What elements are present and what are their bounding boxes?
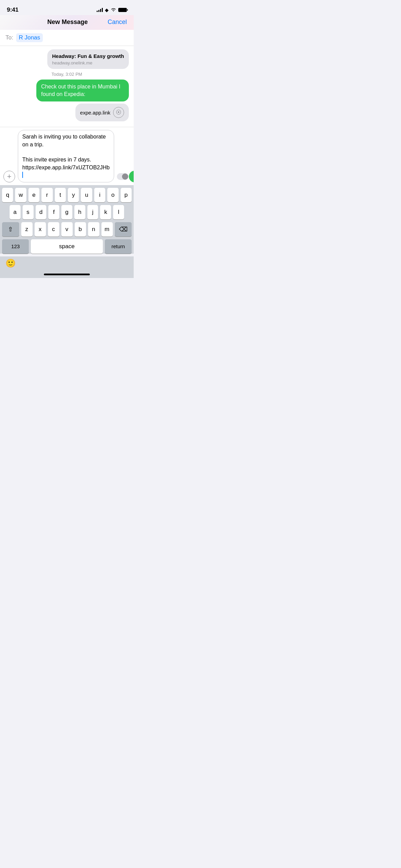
key-delete[interactable]: ⌫: [115, 222, 132, 237]
send-button-area: ↑: [117, 171, 134, 182]
wifi-icon: ◆: [105, 7, 109, 13]
key-shift[interactable]: ⇧: [2, 222, 19, 237]
cancel-button[interactable]: Cancel: [108, 19, 127, 26]
battery-icon: [118, 8, 127, 12]
key-d[interactable]: d: [36, 205, 47, 219]
key-space[interactable]: space: [31, 239, 102, 254]
key-x[interactable]: x: [35, 222, 46, 237]
key-h[interactable]: h: [74, 205, 85, 219]
key-k[interactable]: k: [100, 205, 111, 219]
key-i[interactable]: i: [94, 188, 105, 202]
keyboard-row-3: ⇧ z x c v b n m ⌫: [2, 222, 132, 237]
compass-icon: ⦿: [113, 107, 124, 118]
keyboard-row-2: a s d f g h j k l: [2, 205, 132, 219]
sent-bubble-text: Check out this place in Mumbai I found o…: [41, 84, 120, 97]
key-g[interactable]: g: [61, 205, 72, 219]
key-m[interactable]: m: [101, 222, 113, 237]
home-indicator: [44, 274, 90, 275]
messages-area: Headway: Fun & Easy growth headway.oneli…: [0, 46, 134, 127]
received-link-bubble: Headway: Fun & Easy growth headway.oneli…: [5, 49, 129, 69]
message-input-text: Sarah is inviting you to collaborate on …: [22, 133, 110, 179]
key-s[interactable]: s: [23, 205, 34, 219]
sent-bubble: Check out this place in Mumbai I found o…: [5, 80, 129, 102]
recipient-chip[interactable]: R Jonas: [16, 33, 43, 42]
key-q[interactable]: q: [2, 188, 13, 202]
keyboard-row-4: 123 space return: [2, 239, 132, 254]
key-t[interactable]: t: [55, 188, 66, 202]
key-b[interactable]: b: [75, 222, 86, 237]
key-f[interactable]: f: [48, 205, 59, 219]
send-arrow-icon: ↑: [133, 173, 134, 180]
key-w[interactable]: w: [15, 188, 26, 202]
key-v[interactable]: v: [61, 222, 73, 237]
key-l[interactable]: l: [113, 205, 124, 219]
home-indicator-wrap: [0, 274, 134, 278]
link-url-text: expe.app.link: [80, 110, 110, 116]
key-u[interactable]: u: [81, 188, 92, 202]
key-p[interactable]: p: [121, 188, 132, 202]
keyboard-row-1: q w e r t y u i o p: [2, 188, 132, 202]
key-o[interactable]: o: [107, 188, 118, 202]
key-r[interactable]: r: [41, 188, 52, 202]
key-e[interactable]: e: [28, 188, 39, 202]
timestamp: Today, 3:02 PM: [5, 72, 129, 77]
to-label: To:: [5, 34, 13, 41]
key-123[interactable]: 123: [2, 239, 29, 254]
compose-area: + Sarah is inviting you to collaborate o…: [0, 127, 134, 185]
wifi-icon-svg: [111, 8, 116, 12]
key-n[interactable]: n: [88, 222, 99, 237]
signal-icon: [97, 8, 103, 12]
add-attachment-button[interactable]: +: [3, 171, 15, 182]
to-field: To: R Jonas: [0, 30, 134, 46]
status-time: 9:41: [7, 7, 19, 13]
link-bubble: expe.app.link ⦿: [5, 104, 129, 121]
link-preview-url: headway.onelink.me: [52, 60, 124, 65]
bottom-bar: 🙂: [0, 256, 134, 274]
toggle-knob: [122, 173, 128, 180]
nav-title: New Message: [47, 19, 88, 26]
send-button[interactable]: ↑: [129, 171, 134, 182]
keyboard: q w e r t y u i o p a s d f g h j k l ⇧ …: [0, 185, 134, 254]
status-bar: 9:41 ◆: [0, 0, 134, 15]
message-input[interactable]: Sarah is inviting you to collaborate on …: [18, 130, 114, 182]
link-preview-title: Headway: Fun & Easy growth: [52, 53, 124, 60]
key-a[interactable]: a: [10, 205, 21, 219]
key-c[interactable]: c: [48, 222, 59, 237]
nav-bar: New Message Cancel: [0, 15, 134, 30]
key-j[interactable]: j: [87, 205, 98, 219]
key-y[interactable]: y: [68, 188, 79, 202]
status-icons: ◆: [97, 7, 127, 13]
emoji-button[interactable]: 🙂: [5, 258, 16, 268]
key-z[interactable]: z: [21, 222, 33, 237]
send-toggle[interactable]: [117, 173, 129, 180]
key-return[interactable]: return: [105, 239, 132, 254]
